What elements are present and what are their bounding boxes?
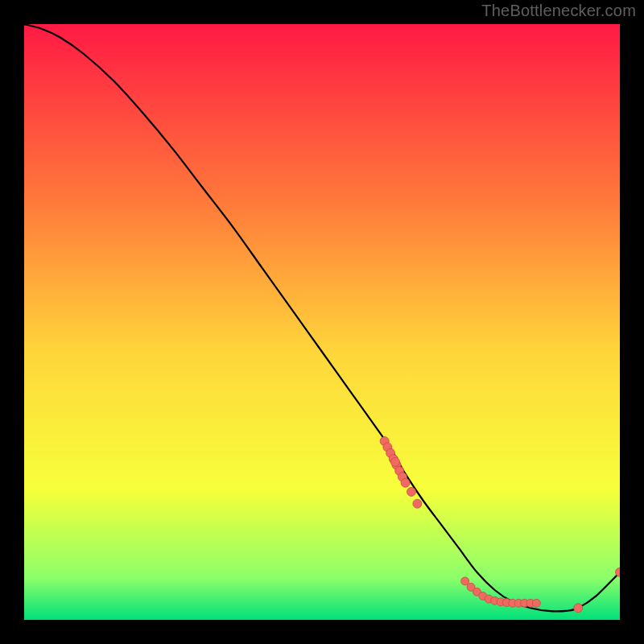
data-marker xyxy=(532,599,540,607)
plot-svg xyxy=(24,24,620,620)
attribution-label: TheBottlenecker.com xyxy=(481,2,636,20)
plot-area xyxy=(24,24,620,620)
data-marker xyxy=(391,457,400,466)
data-marker xyxy=(461,577,469,585)
data-marker xyxy=(413,499,422,508)
data-marker xyxy=(407,487,416,496)
data-marker xyxy=(401,478,410,487)
chart-frame: TheBottlenecker.com xyxy=(0,0,644,644)
data-marker xyxy=(574,604,583,613)
gradient-background xyxy=(24,24,620,620)
